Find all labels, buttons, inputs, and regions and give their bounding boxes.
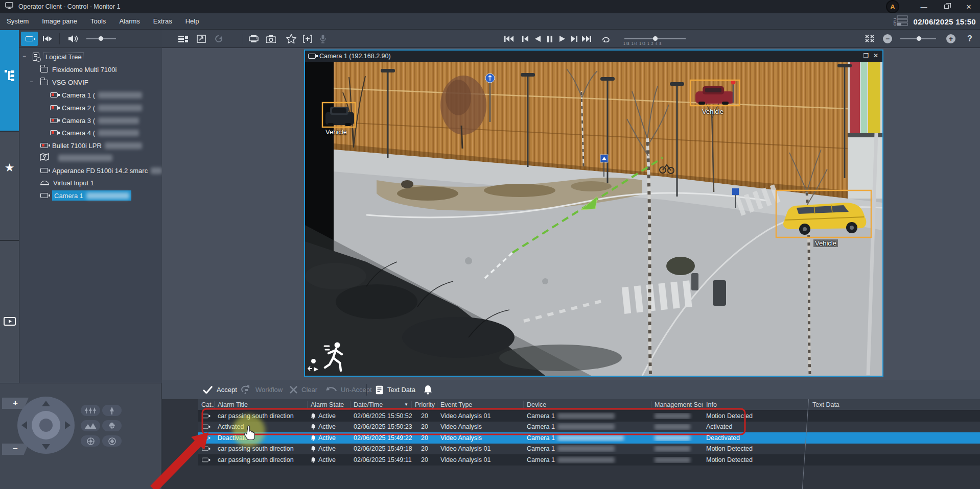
alarm-row-1[interactable]: car passing south direction Active 02/06… [198, 410, 980, 422]
focus-near-button[interactable] [102, 405, 122, 416]
close-button[interactable]: ✕ [958, 0, 980, 13]
un-accept-label: Un-Accept [341, 386, 372, 394]
instant-playback-glyph[interactable] [308, 366, 319, 374]
bookmarks-section-icon[interactable] [0, 316, 19, 329]
wide-scene-button[interactable] [81, 420, 100, 431]
play-icon[interactable] [555, 32, 569, 45]
microphone-icon[interactable] [316, 32, 330, 45]
close-all-panes-icon[interactable] [863, 32, 876, 45]
tree-item-camera-4[interactable]: Camera 4 ( [19, 127, 162, 138]
accept-button[interactable]: Accept [203, 380, 237, 399]
zoom-out-button[interactable]: − [2, 444, 29, 455]
expander-icon[interactable]: − [30, 78, 33, 85]
iris-open-button[interactable] [102, 435, 122, 447]
volume-slider-knob[interactable] [99, 36, 103, 41]
audio-button[interactable] [64, 32, 81, 46]
menu-extras[interactable]: Extras [147, 13, 179, 29]
workflow-button[interactable]: Workflow [241, 380, 283, 399]
tree-item-camera-3[interactable]: Camera 3 ( [19, 115, 162, 126]
col-management-server[interactable]: Management Server [651, 401, 703, 409]
tree-root-logical-tree[interactable]: − Logical Tree [19, 51, 162, 62]
maximize-pane-icon[interactable] [195, 32, 208, 45]
favorites-section-icon[interactable]: ★ [0, 161, 19, 175]
menu-image-pane[interactable]: Image pane [35, 13, 84, 29]
col-event-type[interactable]: Event Type [437, 401, 524, 409]
ptz-left-icon[interactable] [21, 421, 27, 429]
col-alarm-state[interactable]: Alarm State [308, 401, 351, 409]
alarm-row-2[interactable]: Activated Active 02/06/2025 15:50:23 20 … [198, 422, 980, 433]
help-icon[interactable]: ? [963, 32, 976, 45]
ptz-up-icon[interactable] [42, 401, 50, 406]
alarm-bell-button[interactable] [424, 380, 432, 399]
alarm-list-layout-icon[interactable] [176, 32, 190, 45]
volume-slider[interactable] [86, 38, 116, 39]
pane-slider-knob[interactable] [917, 36, 921, 41]
tree-item-flexidome[interactable]: Flexidome Multi 7100i [19, 64, 162, 75]
col-datetime[interactable]: Date/Time▼ [351, 401, 412, 409]
ptz-joystick[interactable] [17, 397, 75, 454]
tree-item-camera-1-selected[interactable]: Camera 1 [19, 190, 162, 201]
folder-icon [40, 80, 48, 85]
tree-item-bullet-lpr[interactable]: Bullet 7100i LPR [19, 140, 162, 151]
ptz-down-icon[interactable] [42, 444, 50, 450]
restore-button[interactable] [935, 0, 958, 13]
col-priority[interactable]: Priority [412, 401, 437, 409]
play-backward-icon[interactable] [531, 32, 544, 45]
alarm-row-4[interactable]: car passing south direction Active 02/06… [198, 444, 980, 455]
alarm-row-3-selected[interactable]: Deactivated Active 02/06/2025 15:49:22 2… [198, 432, 980, 444]
pane-maximize-icon[interactable]: ❒ [862, 52, 870, 59]
pause-icon[interactable] [543, 32, 556, 45]
fewer-panes-button[interactable]: − [883, 34, 892, 43]
text-data-label: Text Data [387, 386, 415, 394]
menu-help[interactable]: Help [179, 13, 206, 29]
pane-count-slider[interactable] [900, 38, 936, 39]
macro-flower-button[interactable] [102, 420, 122, 431]
col-alarm-title[interactable]: Alarm Title [215, 401, 308, 409]
step-back-icon[interactable] [519, 32, 532, 45]
menu-alarms[interactable]: Alarms [112, 13, 146, 29]
tree-item-map[interactable] [19, 152, 162, 163]
skip-end-icon[interactable] [580, 32, 593, 45]
logical-tree-icon[interactable] [0, 69, 19, 84]
ptz-center[interactable] [32, 411, 60, 439]
playback-speed-slider[interactable] [624, 38, 686, 39]
col-text-data[interactable]: Text Data [805, 401, 980, 409]
snapshot-camera-icon[interactable] [264, 32, 277, 45]
col-device[interactable]: Device [524, 401, 651, 409]
pane-close-icon[interactable]: ✕ [872, 52, 880, 59]
tree-item-camera-2[interactable]: Camera 2 ( [19, 102, 162, 113]
tree-item-apperance-fd[interactable]: Apperance FD 5100i 14.2 smarc [19, 165, 162, 176]
minimize-button[interactable]: — [913, 0, 935, 13]
print-image-icon[interactable] [247, 32, 260, 45]
ptz-right-icon[interactable] [65, 421, 71, 429]
system-clock: 02/06/2025 15:50 [914, 17, 978, 26]
focus-far-button[interactable] [81, 405, 100, 416]
iris-close-button[interactable] [81, 435, 100, 447]
add-bookmark-icon[interactable] [301, 32, 314, 45]
video-pane-header[interactable]: Camera 1 (192.168.2.90) ❒ ✕ [305, 51, 882, 62]
live-video-button[interactable] [21, 32, 38, 46]
speed-slider-knob[interactable] [653, 36, 658, 41]
tree-item-camera-1[interactable]: Camera 1 ( [19, 89, 162, 101]
user-badge[interactable]: A [886, 0, 899, 13]
tree-item-vsg-onvif[interactable]: − VSG ONVIF [19, 77, 162, 88]
more-panes-button[interactable]: + [946, 34, 955, 43]
expander-icon[interactable]: − [22, 53, 26, 60]
col-cat[interactable]: Cat.. [198, 401, 215, 409]
col-info[interactable]: Info [703, 401, 805, 409]
favorites-star-icon[interactable] [285, 32, 298, 45]
menu-system[interactable]: System [0, 13, 35, 29]
un-accept-button[interactable]: Un-Accept [325, 380, 372, 399]
clear-button[interactable]: Clear [290, 380, 317, 399]
tree-item-virtual-input[interactable]: Virtual Input 1 [19, 177, 162, 188]
loop-playback-icon[interactable] [599, 32, 613, 45]
video-pane-camera-1[interactable]: Camera 1 (192.168.2.90) ❒ ✕ [304, 50, 883, 377]
menu-tools[interactable]: Tools [84, 13, 112, 29]
tree-label: Logical Tree [43, 53, 84, 61]
step-forward-icon[interactable] [568, 32, 581, 45]
instant-playback-button[interactable] [39, 32, 56, 46]
text-data-button[interactable]: Text Data [376, 380, 415, 399]
skip-start-icon[interactable] [502, 32, 516, 45]
alarm-row-5[interactable]: car passing south direction Active 02/06… [198, 454, 980, 466]
previous-image-icon[interactable] [212, 32, 225, 45]
